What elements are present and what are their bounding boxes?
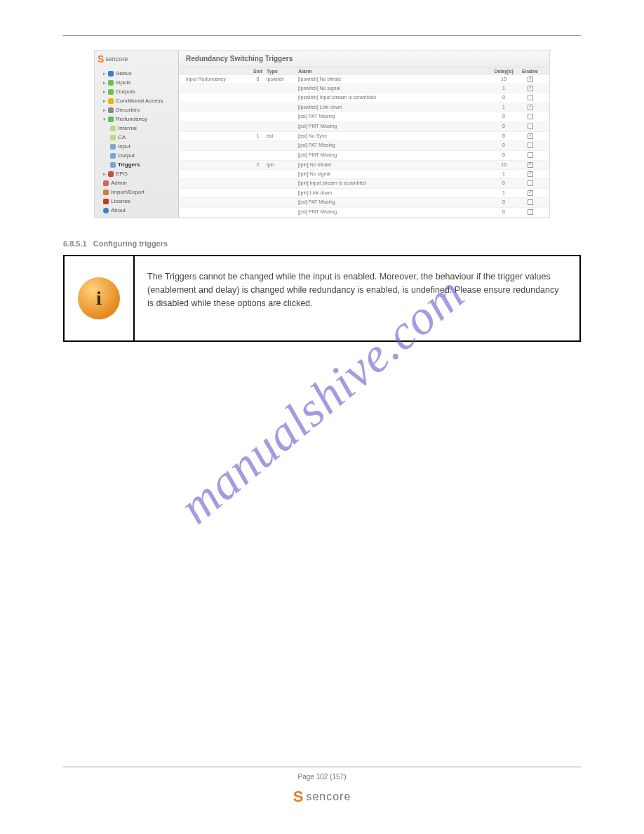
table-row: [ipswitch] Input stream is scrambled0	[179, 93, 549, 103]
sidebar: S sencore ▸Status ▸Inputs ▸Outputs ▸Cond…	[95, 51, 179, 218]
nav-label: Triggers	[118, 161, 140, 168]
nav-status[interactable]: ▸Status	[98, 69, 175, 78]
cell-alarm: [ipin] No signal	[298, 171, 490, 177]
cell-enable[interactable]	[518, 171, 542, 177]
cell-enable[interactable]	[518, 180, 542, 187]
cell-name	[186, 180, 249, 187]
checkbox-icon[interactable]	[528, 180, 533, 186]
checkbox-icon[interactable]	[528, 171, 533, 177]
cell-enable[interactable]	[518, 190, 542, 196]
table-row: [psi] PMT Missing0	[179, 122, 549, 132]
cell-delay: 1	[490, 105, 518, 110]
nav-input[interactable]: Input	[98, 142, 175, 151]
swirl-icon: S	[293, 788, 304, 806]
checkbox-icon[interactable]	[528, 162, 533, 168]
nav-ca[interactable]: ▸Conditional Access	[98, 96, 175, 105]
table-row: [ipswitch] Link down1	[179, 103, 549, 112]
cell-slot	[249, 114, 267, 120]
cell-enable[interactable]	[518, 143, 542, 149]
cell-enable[interactable]	[518, 77, 542, 82]
table-row: [psi] PMT Missing0	[179, 208, 549, 218]
checkbox-icon[interactable]	[528, 77, 533, 82]
checkbox-icon[interactable]	[528, 95, 533, 100]
nav-label: Redundancy	[116, 116, 147, 122]
checkbox-icon[interactable]	[528, 124, 533, 129]
cell-name	[186, 190, 249, 196]
cell-enable[interactable]	[518, 114, 542, 120]
cell-enable[interactable]	[518, 86, 542, 91]
table-row: 2ipin[ipin] No bitrate10	[179, 161, 549, 170]
cell-alarm: [psi] PMT Missing	[298, 152, 490, 159]
table-header: Slot Type Alarm Delay[s] Enable	[179, 67, 549, 75]
dot-icon	[110, 135, 116, 140]
cell-type	[267, 209, 298, 216]
cell-alarm: [ipswitch] Input stream is scrambled	[298, 95, 490, 101]
cell-name	[186, 152, 249, 159]
main-panel: Redundancy Switching Triggers Slot Type …	[179, 51, 549, 218]
footer-brand: sencore	[306, 790, 351, 803]
checkbox-icon[interactable]	[528, 152, 533, 158]
nav-license[interactable]: License	[98, 197, 175, 206]
checkbox-icon[interactable]	[528, 114, 533, 119]
info-icon: i	[78, 277, 120, 319]
nav-label: CA	[118, 134, 126, 140]
nav-decoders[interactable]: ▸Decoders	[98, 105, 175, 114]
cell-enable[interactable]	[518, 95, 542, 101]
cell-delay: 0	[490, 152, 518, 159]
checkbox-icon[interactable]	[528, 105, 533, 110]
checkbox-icon[interactable]	[528, 86, 533, 91]
cell-enable[interactable]	[518, 105, 542, 110]
nav-epg[interactable]: ▸EPG	[98, 169, 175, 178]
chevron-right-icon: ▸	[103, 107, 106, 113]
nav-inputs[interactable]: ▸Inputs	[98, 78, 175, 87]
cell-delay: 10	[490, 77, 518, 82]
col-slot: Slot	[249, 69, 267, 74]
nav-redundancy[interactable]: ▾Redundancy	[98, 114, 175, 124]
cell-alarm: [ipswitch] Link down	[298, 105, 490, 110]
tools-icon	[103, 180, 109, 186]
nav-ca-sub[interactable]: CA	[98, 133, 175, 142]
nav-output[interactable]: Output	[98, 151, 175, 160]
cell-alarm: [ipin] Link down	[298, 190, 490, 196]
cell-name	[186, 95, 249, 101]
cell-enable[interactable]	[518, 152, 542, 159]
cell-slot	[249, 95, 267, 101]
table-row: [psi] PMT Missing0	[179, 151, 549, 161]
nav-label: Decoders	[116, 107, 140, 113]
cell-name	[186, 143, 249, 149]
table-row: [ipin] Link down1	[179, 189, 549, 198]
cell-enable[interactable]	[518, 133, 542, 139]
nav-admin[interactable]: Admin	[98, 178, 175, 187]
chevron-right-icon: ▸	[103, 98, 106, 104]
nav-outputs[interactable]: ▸Outputs	[98, 87, 175, 96]
chevron-right-icon: ▸	[103, 89, 106, 95]
chevron-right-icon: ▸	[103, 80, 106, 86]
checkbox-icon[interactable]	[528, 209, 533, 215]
footer: Page 102 (157) S sencore	[0, 767, 644, 806]
checkbox-icon[interactable]	[528, 143, 533, 148]
table-row: [psi] PAT Missing0	[179, 141, 549, 151]
cell-name	[186, 105, 249, 110]
checkbox-icon[interactable]	[528, 133, 533, 139]
cell-enable[interactable]	[518, 209, 542, 216]
checkbox-icon[interactable]	[528, 199, 533, 205]
cell-enable[interactable]	[518, 124, 542, 130]
cell-enable[interactable]	[518, 162, 542, 168]
nav-import[interactable]: Import/Export	[98, 187, 175, 197]
nav-label: Conditional Access	[116, 98, 163, 104]
nav-label: Inputs	[116, 79, 131, 86]
nav-label: Status	[116, 70, 132, 77]
cell-enable[interactable]	[518, 199, 542, 206]
cell-alarm: [ipin] Input stream is scrambled	[298, 180, 490, 187]
cell-slot: 0	[249, 77, 267, 82]
nav-about[interactable]: About	[98, 206, 175, 215]
info-icon	[103, 208, 109, 213]
checkbox-icon[interactable]	[528, 190, 533, 196]
nav-triggers[interactable]: Triggers	[98, 160, 175, 169]
nav-internal[interactable]: Internal	[98, 124, 175, 133]
col-alarm: Alarm	[298, 69, 490, 74]
key-icon	[103, 199, 109, 204]
table-row: [psi] PAT Missing0	[179, 198, 549, 208]
folder-icon	[108, 71, 114, 77]
info-icon-cell: i	[65, 256, 135, 340]
